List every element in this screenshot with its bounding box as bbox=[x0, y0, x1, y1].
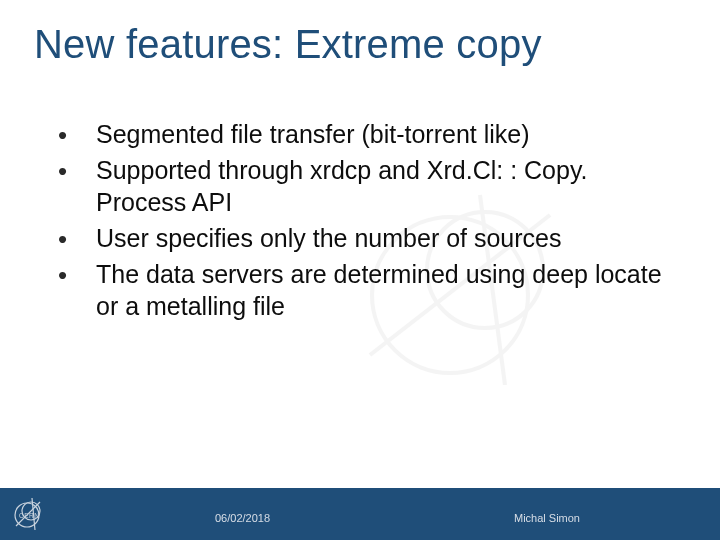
list-item: • User specifies only the number of sour… bbox=[58, 222, 668, 254]
bullet-text: Supported through xrdcp and Xrd.Cl: : Co… bbox=[96, 154, 668, 218]
bullet-dot-icon: • bbox=[58, 118, 96, 150]
bullet-text: The data servers are determined using de… bbox=[96, 258, 668, 322]
footer-date: 06/02/2018 bbox=[215, 512, 270, 524]
list-item: • The data servers are determined using … bbox=[58, 258, 668, 322]
cern-logo-icon: CERN bbox=[10, 496, 46, 532]
bullet-list: • Segmented file transfer (bit-torrent l… bbox=[58, 118, 668, 326]
bullet-text: Segmented file transfer (bit-torrent lik… bbox=[96, 118, 530, 150]
footer-author: Michal Simon bbox=[514, 512, 580, 524]
bullet-text: User specifies only the number of source… bbox=[96, 222, 562, 254]
slide-title: New features: Extreme copy bbox=[34, 22, 542, 67]
svg-text:CERN: CERN bbox=[19, 512, 39, 519]
list-item: • Supported through xrdcp and Xrd.Cl: : … bbox=[58, 154, 668, 218]
bullet-dot-icon: • bbox=[58, 222, 96, 254]
bullet-dot-icon: • bbox=[58, 154, 96, 186]
footer-bar: CERN 06/02/2018 Michal Simon bbox=[0, 488, 720, 540]
list-item: • Segmented file transfer (bit-torrent l… bbox=[58, 118, 668, 150]
bullet-dot-icon: • bbox=[58, 258, 96, 290]
slide: New features: Extreme copy • Segmented f… bbox=[0, 0, 720, 540]
